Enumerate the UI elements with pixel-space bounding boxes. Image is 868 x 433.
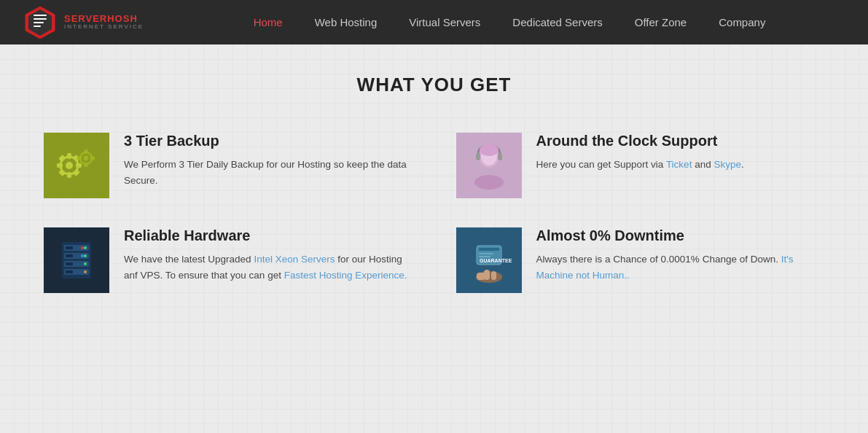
svg-rect-8	[67, 153, 71, 159]
support-icon	[464, 140, 515, 191]
svg-rect-2	[34, 15, 47, 16]
nav-link-dedicatedservers[interactable]: Dedicated Servers	[496, 16, 618, 28]
guarantee-image: GUARANTEE	[456, 227, 522, 293]
logo-icon	[22, 4, 58, 41]
svg-rect-15	[58, 169, 66, 176]
nav-link-offerzone[interactable]: Offer Zone	[619, 16, 703, 28]
nav-link-webhosting[interactable]: Web Hosting	[299, 16, 394, 28]
feature-support: Around the Clock Support Here you can ge…	[456, 133, 825, 198]
nav-links: Home Web Hosting Virtual Servers Dedicat…	[173, 16, 846, 29]
svg-rect-41	[66, 270, 73, 273]
svg-rect-25	[498, 153, 502, 160]
nav-item-home[interactable]: Home	[238, 16, 299, 29]
svg-rect-46	[479, 256, 490, 257]
svg-point-17	[84, 156, 89, 161]
logo-subtext: INTERNET SERVICE	[64, 24, 144, 31]
hardware-image	[44, 227, 109, 293]
main-content: WHAT YOU GET	[0, 44, 868, 433]
svg-rect-21	[90, 157, 95, 160]
svg-point-35	[84, 254, 87, 257]
backup-image	[44, 133, 109, 198]
svg-rect-11	[76, 163, 82, 168]
downtime-description: Always there is a Chance of 0.0001% Chan…	[536, 251, 825, 283]
nav-link-home[interactable]: Home	[238, 16, 299, 28]
svg-rect-19	[85, 163, 88, 167]
features-grid: 3 Tier Backup We Perform 3 Tier Daily Ba…	[44, 133, 824, 293]
svg-text:GUARANTEE: GUARANTEE	[480, 258, 512, 263]
svg-point-7	[66, 162, 73, 169]
svg-point-27	[480, 144, 498, 156]
nav-link-company[interactable]: Company	[703, 16, 781, 28]
svg-rect-50	[491, 271, 496, 280]
svg-rect-12	[58, 155, 66, 162]
downtime-title: Almost 0% Downtime	[536, 227, 825, 244]
backup-icon	[51, 140, 102, 191]
nav-item-dedicatedservers[interactable]: Dedicated Servers	[496, 16, 618, 29]
section-title: WHAT YOU GET	[44, 74, 824, 96]
hardware-title: Reliable Hardware	[124, 227, 413, 244]
nav-item-webhosting[interactable]: Web Hosting	[299, 16, 394, 29]
hardware-icon	[51, 235, 102, 286]
svg-point-39	[84, 262, 87, 265]
hardware-text: Reliable Hardware We have the latest Upg…	[124, 227, 413, 283]
hardware-description: We have the latest Upgraded Intel Xeon S…	[124, 251, 413, 283]
nav-item-virtualservers[interactable]: Virtual Servers	[393, 16, 496, 29]
feature-downtime: GUARANTEE Almost 0% Downtime Always ther…	[456, 227, 825, 293]
nav-item-offerzone[interactable]: Offer Zone	[619, 16, 703, 29]
svg-point-42	[84, 270, 87, 273]
downtime-text: Almost 0% Downtime Always there is a Cha…	[536, 227, 825, 283]
svg-rect-30	[66, 246, 73, 249]
logo[interactable]: SERVERHOSH INTERNET SERVICE	[22, 4, 144, 41]
svg-rect-18	[85, 149, 88, 154]
svg-rect-5	[34, 26, 41, 27]
svg-rect-51	[477, 273, 485, 280]
navbar: SERVERHOSH INTERNET SERVICE Home Web Hos…	[0, 0, 868, 44]
feature-hardware: Reliable Hardware We have the latest Upg…	[44, 227, 413, 293]
support-text: Around the Clock Support Here you can ge…	[536, 133, 744, 173]
svg-rect-34	[66, 254, 73, 257]
svg-point-32	[81, 246, 84, 249]
backup-text: 3 Tier Backup We Perform 3 Tier Daily Ba…	[124, 133, 413, 188]
svg-rect-20	[77, 157, 82, 160]
svg-rect-9	[67, 172, 71, 178]
nav-link-virtualservers[interactable]: Virtual Servers	[393, 16, 496, 28]
support-description: Here you can get Support via Ticket and …	[536, 157, 744, 173]
nav-item-company[interactable]: Company	[703, 16, 781, 29]
backup-title: 3 Tier Backup	[124, 133, 413, 149]
support-title: Around the Clock Support	[536, 133, 744, 149]
svg-rect-3	[34, 18, 47, 20]
svg-rect-24	[476, 153, 480, 160]
logo-name: SERVERHOSH	[64, 14, 144, 24]
guarantee-icon: GUARANTEE	[464, 235, 515, 286]
svg-rect-13	[73, 169, 80, 176]
svg-rect-4	[34, 22, 44, 23]
support-image	[456, 133, 522, 198]
svg-point-26	[474, 175, 504, 190]
backup-description: We Perform 3 Tier Daily Backup for our H…	[124, 157, 413, 188]
svg-point-36	[81, 254, 84, 257]
svg-point-31	[84, 246, 87, 249]
svg-rect-38	[66, 262, 73, 265]
svg-rect-45	[479, 253, 493, 254]
svg-rect-10	[57, 163, 63, 168]
svg-rect-44	[479, 248, 499, 251]
feature-backup: 3 Tier Backup We Perform 3 Tier Daily Ba…	[44, 133, 413, 198]
